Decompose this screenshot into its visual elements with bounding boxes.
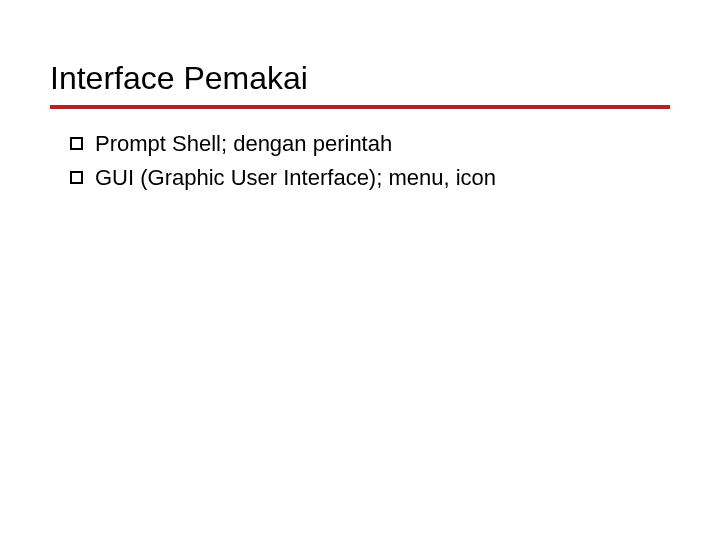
title-underline (50, 105, 670, 109)
bullet-text: Prompt Shell; dengan perintah (95, 129, 670, 159)
bullet-text: GUI (Graphic User Interface); menu, icon (95, 163, 670, 193)
list-item: GUI (Graphic User Interface); menu, icon (70, 163, 670, 193)
bullet-list: Prompt Shell; dengan perintah GUI (Graph… (50, 129, 670, 192)
square-bullet-icon (70, 171, 83, 184)
slide-title: Interface Pemakai (50, 60, 670, 97)
square-bullet-icon (70, 137, 83, 150)
list-item: Prompt Shell; dengan perintah (70, 129, 670, 159)
